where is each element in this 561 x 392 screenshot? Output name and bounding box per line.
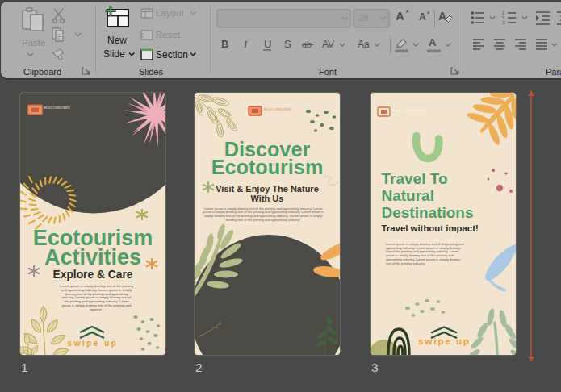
svg-text:3: 3 — [502, 20, 505, 25]
